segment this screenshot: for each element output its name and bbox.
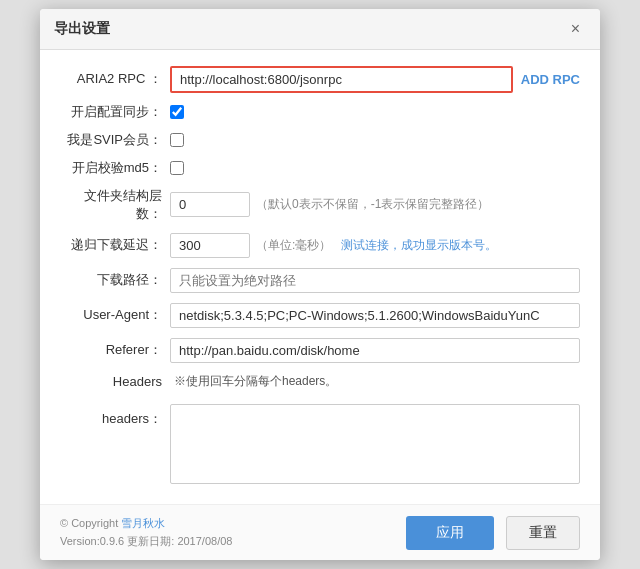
referer-label: Referer： <box>60 341 170 359</box>
headers-input-label: headers： <box>60 404 170 428</box>
aria2-rpc-label: ARIA2 RPC ： <box>60 70 170 88</box>
headers-textarea-row: headers： <box>60 404 580 484</box>
title-bar: 导出设置 × <box>40 9 600 50</box>
dialog-content: ARIA2 RPC ： ADD RPC 开启配置同步： 我是SVIP会员： 开启… <box>40 50 600 504</box>
folder-depth-hint: （默认0表示不保留，-1表示保留完整路径） <box>256 196 489 213</box>
aria2-rpc-row: ARIA2 RPC ： ADD RPC <box>60 66 580 93</box>
user-agent-input[interactable] <box>170 303 580 328</box>
download-delay-row: 递归下载延迟： （单位:毫秒） 测试连接，成功显示版本号。 <box>60 233 580 258</box>
user-agent-label: User-Agent： <box>60 306 170 324</box>
referer-input[interactable] <box>170 338 580 363</box>
aria2-rpc-input[interactable] <box>170 66 513 93</box>
reset-button[interactable]: 重置 <box>506 516 580 550</box>
dialog-footer: © Copyright 雪月秋水 Version:0.9.6 更新日期: 201… <box>40 504 600 560</box>
svip-checkbox[interactable] <box>170 133 184 147</box>
download-delay-hint: （单位:毫秒） <box>256 237 331 254</box>
referer-row: Referer： <box>60 338 580 363</box>
headers-note-row: Headers ※使用回车分隔每个headers。 <box>60 373 580 390</box>
export-settings-dialog: 导出设置 × ARIA2 RPC ： ADD RPC 开启配置同步： 我是SVI… <box>40 9 600 560</box>
user-agent-row: User-Agent： <box>60 303 580 328</box>
download-path-row: 下载路径： <box>60 268 580 293</box>
apply-button[interactable]: 应用 <box>406 516 494 550</box>
md5-checkbox[interactable] <box>170 161 184 175</box>
headers-label: Headers <box>60 374 170 389</box>
download-path-label: 下载路径： <box>60 271 170 289</box>
headers-textarea[interactable] <box>170 404 580 484</box>
md5-label: 开启校验md5： <box>60 159 170 177</box>
folder-depth-input[interactable] <box>170 192 250 217</box>
copyright-text: © Copyright 雪月秋水 Version:0.9.6 更新日期: 201… <box>60 515 232 550</box>
headers-note: ※使用回车分隔每个headers。 <box>174 373 337 390</box>
config-sync-row: 开启配置同步： <box>60 103 580 121</box>
config-sync-checkbox[interactable] <box>170 105 184 119</box>
copyright-author-link[interactable]: 雪月秋水 <box>121 517 165 529</box>
download-delay-input[interactable] <box>170 233 250 258</box>
svip-label: 我是SVIP会员： <box>60 131 170 149</box>
footer-buttons: 应用 重置 <box>406 516 580 550</box>
dialog-title: 导出设置 <box>54 20 110 38</box>
test-connection-link[interactable]: 测试连接，成功显示版本号。 <box>341 237 497 254</box>
download-delay-label: 递归下载延迟： <box>60 236 170 254</box>
md5-row: 开启校验md5： <box>60 159 580 177</box>
add-rpc-button[interactable]: ADD RPC <box>521 72 580 87</box>
download-path-input[interactable] <box>170 268 580 293</box>
close-button[interactable]: × <box>565 19 586 39</box>
folder-depth-label: 文件夹结构层数： <box>60 187 170 223</box>
svip-row: 我是SVIP会员： <box>60 131 580 149</box>
config-sync-label: 开启配置同步： <box>60 103 170 121</box>
folder-depth-row: 文件夹结构层数： （默认0表示不保留，-1表示保留完整路径） <box>60 187 580 223</box>
